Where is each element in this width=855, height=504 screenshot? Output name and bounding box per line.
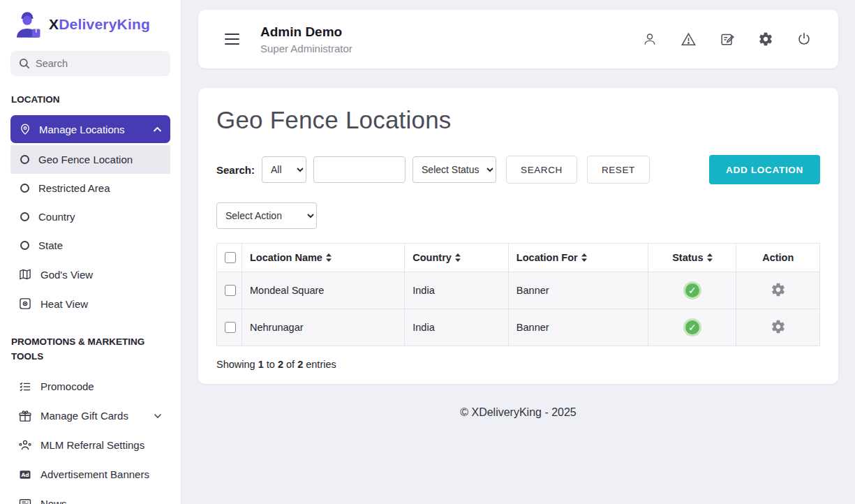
referral-network-icon [18, 438, 32, 452]
sidebar-item-country[interactable]: Country [10, 202, 170, 231]
sidebar-item-label: God's View [40, 269, 93, 281]
filter-row: Search: All Select Status SEARCH RESET A… [216, 155, 820, 184]
row-settings-icon[interactable] [771, 319, 786, 334]
table-row: Mondeal Square India Banner ✓ [217, 272, 820, 309]
search-button[interactable]: SEARCH [506, 156, 577, 184]
brand-name-prefix: X [49, 16, 59, 32]
column-header-location-name[interactable]: Location Name [242, 244, 405, 272]
sort-icon [326, 253, 332, 262]
status-select[interactable]: Select Status [412, 156, 496, 183]
power-icon[interactable] [796, 31, 812, 47]
sort-icon [581, 253, 587, 262]
select-all-checkbox[interactable] [225, 252, 236, 263]
sidebar-item-advertisement-banners[interactable]: Ad Advertisement Banners [10, 460, 170, 489]
cell-country: India [405, 272, 509, 309]
sidebar-item-label: Advertisement Banners [40, 468, 149, 480]
status-active-icon[interactable]: ✓ [683, 318, 701, 336]
map-pin-icon [19, 123, 31, 135]
gift-icon [18, 409, 32, 423]
admin-role: Super Administrator [260, 43, 352, 54]
sidebar-item-promocode[interactable]: Promocode [10, 372, 170, 401]
sidebar-item-news[interactable]: News [10, 489, 170, 504]
sidebar-item-gods-view[interactable]: God's View [10, 260, 170, 289]
admin-info: Admin Demo Super Administrator [260, 24, 352, 54]
alert-triangle-icon[interactable] [681, 31, 697, 47]
sidebar-item-geo-fence-location[interactable]: Geo Fence Location [10, 145, 170, 174]
cell-country: India [405, 309, 509, 346]
filter-search-input[interactable] [313, 156, 406, 183]
sidebar-item-heat-view[interactable]: Heat View [10, 289, 170, 318]
reset-button[interactable]: RESET [587, 156, 650, 184]
sidebar-item-label: Heat View [40, 298, 88, 310]
cell-location-name: Nehrunagar [242, 309, 405, 346]
row-checkbox[interactable] [225, 285, 236, 296]
search-category-select[interactable]: All [262, 156, 306, 183]
sidebar-item-label: State [38, 239, 63, 251]
map-icon [18, 267, 32, 281]
topbar-icons [642, 31, 812, 47]
content-card: Geo Fence Locations Search: All Select S… [198, 88, 838, 384]
cell-location-for: Banner [508, 309, 648, 346]
sidebar-search[interactable] [10, 51, 170, 76]
delivery-person-icon [12, 10, 43, 38]
sort-icon [707, 253, 713, 262]
topbar: Admin Demo Super Administrator [198, 10, 838, 68]
status-active-icon[interactable]: ✓ [683, 281, 701, 299]
add-location-button[interactable]: ADD LOCATION [709, 155, 820, 184]
form-edit-icon[interactable] [720, 31, 735, 47]
news-icon [18, 497, 32, 504]
sidebar-item-label: Manage Gift Cards [40, 410, 128, 422]
sidebar-item-restricted-area[interactable]: Restricted Area [10, 174, 170, 202]
circle-bullet-icon [20, 155, 29, 164]
menu-toggle-icon[interactable] [225, 31, 239, 47]
sidebar-item-label: News [40, 498, 67, 504]
chevron-down-icon [154, 413, 162, 419]
brand[interactable]: XDeliveryKing [10, 8, 170, 43]
section-promotions-label: PROMOTIONS & MARKETING TOOLS [11, 335, 170, 364]
table-header-row: Location Name Country Location For Statu… [217, 244, 820, 272]
brand-name: XDeliveryKing [49, 16, 150, 33]
search-icon [19, 58, 30, 69]
column-header-status[interactable]: Status [648, 244, 736, 272]
cell-location-name: Mondeal Square [242, 272, 405, 309]
user-icon[interactable] [642, 31, 657, 47]
circle-bullet-icon [20, 184, 29, 193]
sidebar: XDeliveryKing LOCATION Manage Locations … [0, 0, 181, 504]
sidebar-item-state[interactable]: State [10, 231, 170, 260]
admin-name: Admin Demo [260, 24, 352, 40]
sort-icon [455, 253, 461, 262]
column-header-country[interactable]: Country [405, 244, 509, 272]
bulk-action-row: Select Action [216, 202, 820, 229]
brand-name-suffix: DeliveryKing [59, 16, 150, 32]
heatmap-icon [18, 297, 32, 311]
sidebar-item-label: Geo Fence Location [38, 154, 133, 165]
table-info: Showing 1 to 2 of 2 entries [216, 359, 820, 370]
circle-bullet-icon [20, 212, 29, 221]
sidebar-item-label: Manage Locations [39, 124, 125, 135]
sidebar-item-label: Restricted Area [38, 182, 110, 194]
sidebar-item-mlm-referral-settings[interactable]: MLM Referral Settings [10, 431, 170, 460]
main-area: Admin Demo Super Administrator Geo Fence… [181, 0, 855, 504]
locations-table: Location Name Country Location For Statu… [216, 243, 820, 346]
section-location-label: LOCATION [11, 93, 170, 107]
sidebar-search-input[interactable] [36, 58, 162, 69]
footer-copyright: © XDeliveryKing - 2025 [198, 406, 838, 419]
settings-icon[interactable] [758, 31, 773, 47]
list-check-icon [18, 380, 32, 394]
sidebar-item-manage-locations[interactable]: Manage Locations [10, 115, 170, 143]
sidebar-item-label: Promocode [40, 380, 94, 392]
circle-bullet-icon [20, 241, 29, 250]
search-label: Search: [216, 164, 255, 176]
sidebar-item-manage-gift-cards[interactable]: Manage Gift Cards [10, 401, 170, 431]
sidebar-item-label: Country [38, 211, 75, 223]
sidebar-item-label: MLM Referral Settings [40, 439, 144, 451]
bulk-action-select[interactable]: Select Action [216, 202, 317, 229]
column-header-action: Action [736, 244, 820, 272]
column-header-location-for[interactable]: Location For [508, 244, 648, 272]
row-settings-icon[interactable] [771, 282, 786, 297]
ad-icon: Ad [18, 468, 32, 482]
page-title: Geo Fence Locations [216, 106, 820, 134]
row-checkbox[interactable] [225, 322, 236, 333]
svg-text:Ad: Ad [21, 472, 29, 478]
chevron-up-icon [153, 126, 162, 133]
